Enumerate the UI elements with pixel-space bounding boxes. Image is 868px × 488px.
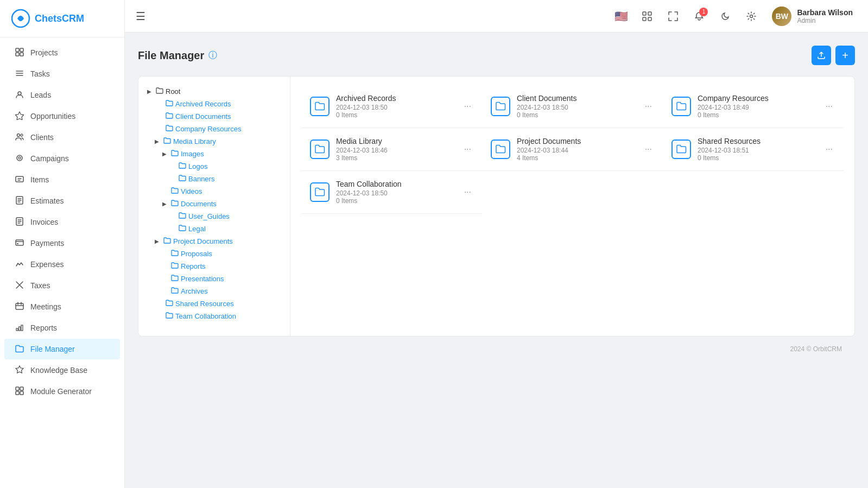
tree-label: Media Library — [173, 137, 216, 145]
tree-label: Project Documents — [173, 237, 233, 245]
sidebar-item-items[interactable]: Items — [4, 169, 120, 190]
sidebar-item-payments[interactable]: Payments — [4, 233, 120, 253]
file-menu-button[interactable]: ··· — [823, 99, 835, 113]
file-menu-button[interactable]: ··· — [462, 185, 473, 199]
sidebar-item-invoices[interactable]: Invoices — [4, 212, 120, 232]
file-card-team-collaboration[interactable]: Team Collaboration 2024-12-03 18:50 0 It… — [301, 171, 482, 214]
file-date: 2024-12-03 18:44 — [517, 147, 636, 154]
menu-toggle-button[interactable]: ☰ — [136, 10, 145, 23]
sidebar-label-expenses: Expenses — [30, 260, 64, 269]
tree-item-banners[interactable]: Banners — [170, 173, 281, 185]
tree-item-proposals[interactable]: Proposals — [162, 248, 281, 260]
sidebar-item-clients[interactable]: Clients — [4, 127, 120, 148]
notification-count: 1 — [699, 8, 708, 16]
upload-button[interactable] — [812, 46, 831, 65]
file-card-company-resources[interactable]: Company Resources 2024-12-03 18:49 0 Ite… — [663, 85, 844, 128]
tree-item-legal[interactable]: Legal — [170, 223, 281, 235]
file-menu-button[interactable]: ··· — [462, 142, 473, 156]
topbar-actions: 🇺🇸 1 — [611, 4, 857, 28]
tree-item-user-guides[interactable]: User_Guides — [170, 210, 281, 223]
sidebar-item-leads[interactable]: Leads — [4, 85, 120, 105]
file-card-media-library[interactable]: Media Library 2024-12-03 18:46 3 Items ·… — [301, 128, 482, 171]
svg-rect-11 — [16, 176, 23, 182]
leads-icon — [15, 90, 25, 100]
tree-item-media-library[interactable]: ▶ Media Library — [155, 135, 281, 148]
folder-icon — [171, 274, 179, 283]
file-card-shared-resources[interactable]: Shared Resources 2024-12-03 18:51 0 Item… — [663, 128, 844, 171]
flag-button[interactable]: 🇺🇸 — [611, 7, 631, 26]
tree-item-root[interactable]: ▶ Root — [147, 85, 281, 98]
tree-item-project-documents[interactable]: ▶ Project Documents — [155, 235, 281, 248]
content-area: File Manager ⓘ + ▶ Root — [125, 33, 868, 488]
tree-item-client-documents[interactable]: Client Documents — [157, 110, 281, 123]
notifications-button[interactable]: 1 — [689, 7, 709, 26]
sidebar-label-clients: Clients — [30, 133, 54, 142]
sidebar-item-projects[interactable]: Projects — [4, 42, 120, 63]
tree-label: Presentations — [181, 275, 224, 283]
tree-root: ▶ Root Archived Records Client Documents… — [147, 85, 281, 322]
sidebar-item-reports[interactable]: Reports — [4, 318, 120, 338]
folder-icon — [171, 187, 179, 196]
module-generator-icon — [15, 386, 25, 396]
files-panel: Archived Records 2024-12-03 18:50 0 Item… — [290, 77, 854, 336]
tree-item-presentations[interactable]: Presentations — [162, 272, 281, 285]
tree-item-shared-resources[interactable]: Shared Resources — [157, 297, 281, 310]
file-date: 2024-12-03 18:49 — [698, 104, 817, 111]
file-card-client-documents[interactable]: Client Documents 2024-12-03 18:50 0 Item… — [482, 85, 663, 128]
fullscreen-button[interactable] — [663, 7, 683, 26]
user-profile[interactable]: BW Barbara Wilson Admin — [768, 4, 857, 28]
tree-item-images[interactable]: ▶ Images — [162, 148, 281, 160]
file-menu-button[interactable]: ··· — [462, 99, 473, 113]
sidebar-item-tasks[interactable]: Tasks — [4, 64, 120, 84]
add-button[interactable]: + — [835, 46, 855, 65]
invoices-icon — [15, 217, 25, 227]
file-menu-button[interactable]: ··· — [643, 99, 654, 113]
sidebar-label-file-manager: File Manager — [30, 345, 75, 353]
folder-icon — [166, 99, 173, 109]
file-name: Client Documents — [517, 94, 636, 103]
tree-label: Proposals — [181, 250, 212, 258]
folder-icon — [171, 249, 179, 258]
file-card-archived-records[interactable]: Archived Records 2024-12-03 18:50 0 Item… — [301, 85, 482, 128]
sidebar-item-campaigns[interactable]: Campaigns — [4, 148, 120, 169]
sidebar-item-meetings[interactable]: Meetings — [4, 296, 120, 317]
tree-item-archives[interactable]: Archives — [162, 285, 281, 297]
sidebar-item-module-generator[interactable]: Module Generator — [4, 381, 120, 402]
sidebar-item-opportunities[interactable]: Opportunities — [4, 106, 120, 126]
file-menu-button[interactable]: ··· — [823, 142, 835, 156]
file-name: Shared Resources — [698, 137, 817, 145]
info-icon[interactable]: ⓘ — [208, 50, 217, 61]
svg-rect-18 — [19, 327, 21, 331]
tree-item-archived-records[interactable]: Archived Records — [157, 98, 281, 110]
folder-icon — [179, 162, 186, 171]
sidebar-item-file-manager[interactable]: File Manager — [4, 339, 120, 359]
app-name: ChetsCRM — [35, 13, 84, 24]
svg-point-10 — [18, 157, 21, 159]
svg-rect-23 — [20, 391, 23, 395]
tree-label: Reports — [181, 262, 206, 270]
tree-label: User_Guides — [188, 212, 230, 220]
tree-item-team-collaboration[interactable]: Team Collaboration — [157, 310, 281, 322]
sidebar-item-estimates[interactable]: Estimates — [4, 191, 120, 211]
tree-item-videos[interactable]: Videos — [162, 185, 281, 198]
logo-area[interactable]: ChetsCRM — [0, 0, 124, 37]
file-count: 0 Items — [698, 111, 817, 119]
sidebar-label-tasks: Tasks — [30, 69, 50, 78]
sidebar-item-taxes[interactable]: Taxes — [4, 275, 120, 296]
grid-view-button[interactable] — [637, 7, 657, 26]
tree-item-company-resources[interactable]: Company Resources — [157, 123, 281, 135]
tree-item-documents[interactable]: ▶ Documents — [162, 198, 281, 210]
dark-mode-button[interactable] — [715, 7, 735, 26]
file-card-project-documents[interactable]: Project Documents 2024-12-03 18:44 4 Ite… — [482, 128, 663, 171]
tree-item-reports[interactable]: Reports — [162, 260, 281, 272]
folder-icon — [163, 137, 171, 146]
main-area: ☰ 🇺🇸 — [125, 0, 868, 488]
file-name: Media Library — [336, 137, 455, 145]
sidebar-item-expenses[interactable]: Expenses — [4, 254, 120, 275]
file-folder-icon — [310, 182, 330, 202]
file-menu-button[interactable]: ··· — [643, 142, 654, 156]
tree-item-logos[interactable]: Logos — [170, 160, 281, 173]
sidebar-item-knowledge-base[interactable]: Knowledge Base — [4, 360, 120, 381]
projects-icon — [15, 48, 25, 58]
settings-button[interactable] — [742, 7, 761, 26]
